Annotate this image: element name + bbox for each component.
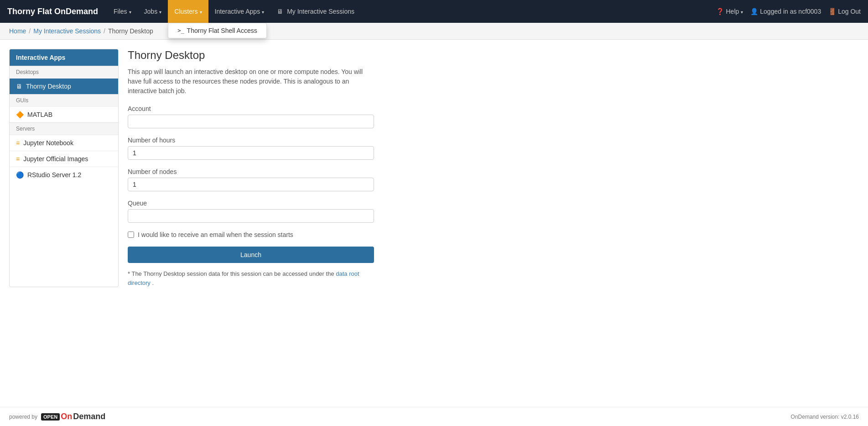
email-checkbox-label[interactable]: I would like to receive an email when th… bbox=[138, 231, 293, 238]
sidebar-section-desktops: Desktops bbox=[10, 66, 118, 78]
clusters-dropdown: >_ Thorny Flat Shell Access bbox=[168, 23, 267, 38]
nav-item-my-sessions: 🖥 My Interactive Sessions bbox=[270, 0, 361, 23]
user-link[interactable]: 👤 Logged in as ncf0003 bbox=[750, 8, 821, 15]
sidebar-item-matlab[interactable]: 🔶 MATLAB bbox=[10, 106, 118, 122]
clusters-caret bbox=[200, 8, 202, 15]
nav-item-clusters: Clusters >_ Thorny Flat Shell Access bbox=[168, 0, 208, 23]
nodes-label: Number of nodes bbox=[128, 168, 374, 175]
jupyter-official-icon: ≡ bbox=[16, 155, 20, 163]
help-link[interactable]: ❓ Help bbox=[716, 8, 743, 15]
jupyter-notebook-icon: ≡ bbox=[16, 139, 20, 147]
nav-item-interactive-apps: Interactive Apps bbox=[208, 0, 271, 23]
my-sessions-link[interactable]: 🖥 My Interactive Sessions bbox=[270, 0, 361, 23]
navbar: Thorny Flat OnDemand Files Jobs Clusters… bbox=[0, 0, 868, 23]
shell-icon: >_ bbox=[177, 27, 184, 34]
sidebar-header: Interactive Apps bbox=[10, 49, 118, 66]
footer-text: * The Thorny Desktop session data for th… bbox=[128, 270, 336, 277]
breadcrumb-my-sessions: My Interactive Sessions bbox=[33, 27, 101, 35]
matlab-icon: 🔶 bbox=[16, 111, 24, 118]
queue-label: Queue bbox=[128, 200, 374, 207]
sidebar-section-guis: GUIs bbox=[10, 94, 118, 106]
launch-button[interactable]: Launch bbox=[128, 247, 374, 263]
logout-link[interactable]: 🚪 Log Out bbox=[828, 8, 861, 15]
form-description: This app will launch an interactive desk… bbox=[128, 67, 374, 96]
breadcrumb: Home / My Interactive Sessions / Thorny … bbox=[9, 27, 859, 35]
jobs-menu[interactable]: Jobs bbox=[138, 0, 168, 23]
hours-group: Number of hours bbox=[128, 137, 374, 160]
help-caret bbox=[741, 8, 743, 15]
account-label: Account bbox=[128, 105, 374, 112]
hours-input[interactable] bbox=[128, 146, 374, 160]
sidebar-item-jupyter-official[interactable]: ≡ Jupyter Official Images bbox=[10, 151, 118, 167]
sidebar-item-jupyter-notebook[interactable]: ≡ Jupyter Notebook bbox=[10, 135, 118, 151]
email-checkbox-group: I would like to receive an email when th… bbox=[128, 231, 374, 238]
nav-item-files: Files bbox=[107, 0, 138, 23]
email-checkbox[interactable] bbox=[128, 231, 134, 238]
sessions-icon: 🖥 bbox=[277, 8, 283, 15]
help-icon: ❓ bbox=[716, 8, 724, 15]
files-menu[interactable]: Files bbox=[107, 0, 138, 23]
user-icon: 👤 bbox=[750, 8, 758, 15]
brand-link[interactable]: Thorny Flat OnDemand bbox=[7, 7, 98, 16]
files-caret bbox=[129, 8, 131, 15]
nodes-input[interactable] bbox=[128, 178, 374, 191]
jobs-caret bbox=[159, 8, 161, 15]
form-footer: * The Thorny Desktop session data for th… bbox=[128, 269, 374, 287]
sidebar-item-thorny-desktop[interactable]: 🖥 Thorny Desktop bbox=[10, 78, 118, 94]
breadcrumb-home: Home bbox=[9, 27, 26, 35]
thorny-flat-shell-item[interactable]: >_ Thorny Flat Shell Access bbox=[168, 23, 266, 38]
footer-period: . bbox=[152, 279, 154, 286]
interactive-apps-caret bbox=[262, 8, 264, 15]
clusters-menu[interactable]: Clusters bbox=[168, 0, 208, 23]
nav-item-jobs: Jobs bbox=[138, 0, 168, 23]
desktop-icon: 🖥 bbox=[16, 83, 22, 90]
breadcrumb-bar: Home / My Interactive Sessions / Thorny … bbox=[0, 23, 868, 40]
queue-group: Queue bbox=[128, 200, 374, 223]
main-content: Interactive Apps Desktops 🖥 Thorny Deskt… bbox=[0, 40, 593, 296]
navbar-right: ❓ Help 👤 Logged in as ncf0003 🚪 Log Out bbox=[716, 8, 861, 15]
thorny-flat-shell-label: Thorny Flat Shell Access bbox=[187, 27, 257, 34]
form-title: Thorny Desktop bbox=[128, 49, 374, 62]
hours-label: Number of hours bbox=[128, 137, 374, 144]
account-input[interactable] bbox=[128, 115, 374, 128]
queue-input[interactable] bbox=[128, 209, 374, 223]
sidebar-item-rstudio[interactable]: 🔵 RStudio Server 1.2 bbox=[10, 167, 118, 183]
account-group: Account bbox=[128, 105, 374, 128]
breadcrumb-current: Thorny Desktop bbox=[108, 27, 153, 35]
interactive-apps-menu[interactable]: Interactive Apps bbox=[208, 0, 271, 23]
nodes-group: Number of nodes bbox=[128, 168, 374, 191]
sidebar: Interactive Apps Desktops 🖥 Thorny Deskt… bbox=[9, 49, 119, 287]
sidebar-section-servers: Servers bbox=[10, 122, 118, 135]
logout-icon: 🚪 bbox=[828, 8, 836, 15]
form-area: Thorny Desktop This app will launch an i… bbox=[128, 49, 374, 287]
main-nav: Files Jobs Clusters >_ Thorny Flat Shell… bbox=[107, 0, 716, 23]
rstudio-icon: 🔵 bbox=[16, 171, 24, 179]
